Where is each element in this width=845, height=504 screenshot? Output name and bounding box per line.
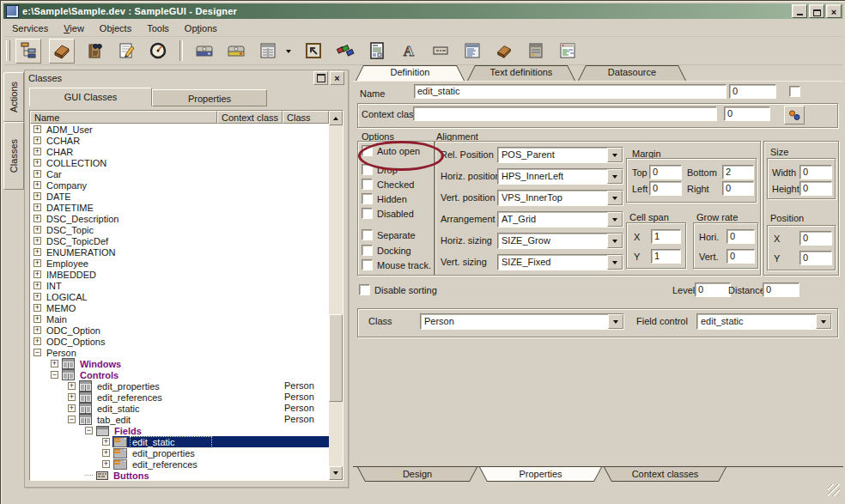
rel-position-combobox[interactable]: POS_Parent: [497, 147, 623, 163]
form-select-button[interactable]: [256, 39, 280, 63]
grow-rate-horizontal-input[interactable]: 0: [726, 229, 755, 244]
tree-item-IMBEDDED[interactable]: +IMBEDDED: [30, 269, 329, 280]
tree-item-edit_properties[interactable]: +edit_propertiesPerson: [30, 380, 329, 392]
tree-item-DSC_Topic[interactable]: +DSC_Topic: [30, 224, 329, 235]
expand-toggle[interactable]: +: [102, 449, 110, 457]
disable-sorting-checkbox[interactable]: [359, 284, 370, 295]
resize-grip[interactable]: [828, 484, 840, 496]
menu-options[interactable]: Options: [177, 21, 225, 35]
context-class-number-input[interactable]: 0: [724, 106, 770, 121]
expand-toggle[interactable]: +: [33, 270, 41, 278]
expand-toggle[interactable]: +: [33, 148, 41, 155]
expand-toggle[interactable]: +: [33, 282, 41, 289]
name-checkbox[interactable]: [789, 86, 800, 97]
side-tab-classes[interactable]: Classes: [3, 122, 24, 190]
cell-span-y-input[interactable]: 1: [651, 249, 681, 264]
library-button[interactable]: [82, 39, 106, 63]
links-button[interactable]: [333, 39, 357, 63]
expand-toggle[interactable]: +: [33, 125, 41, 133]
expand-toggle[interactable]: +: [33, 181, 41, 189]
toolbar-drag-handle[interactable]: [6, 40, 10, 61]
gauge-button[interactable]: [146, 39, 170, 63]
expand-toggle[interactable]: +: [68, 404, 76, 412]
size-width-input[interactable]: 0: [799, 165, 832, 179]
cell-span-x-input[interactable]: 1: [651, 229, 681, 244]
scrollbar-track[interactable]: [329, 125, 343, 466]
server-button[interactable]: [524, 39, 548, 63]
checkbox-2[interactable]: [362, 179, 373, 190]
dropdown-button[interactable]: [607, 234, 623, 248]
pointer-box-button[interactable]: [301, 39, 325, 63]
tree-item-DATE[interactable]: +DATE: [30, 191, 329, 202]
tree-item-edit_references[interactable]: +edit_references: [30, 458, 329, 470]
float-panel-button[interactable]: [313, 71, 328, 85]
menu-objects[interactable]: Objects: [92, 21, 139, 35]
margin-left-input[interactable]: 0: [649, 181, 682, 196]
tree-item-MEMO[interactable]: +MEMO: [30, 302, 329, 313]
level-input[interactable]: 0: [695, 282, 731, 297]
tab-properties[interactable]: Properties: [479, 467, 602, 482]
tree-item-CHAR[interactable]: +CHAR: [30, 146, 329, 157]
tab-definition[interactable]: Definition: [356, 65, 465, 81]
tab-datasource[interactable]: Datasource: [578, 65, 686, 81]
tree-item-DSC_Description[interactable]: +DSC_Description: [30, 213, 329, 224]
arrangement-combobox[interactable]: AT_Grid: [497, 211, 623, 228]
expand-toggle[interactable]: +: [51, 360, 58, 367]
hierarchy-button[interactable]: [15, 39, 41, 64]
tab-context-classes[interactable]: Context classes: [604, 467, 726, 482]
tree-item-ODC_Option[interactable]: +ODC_Option: [30, 325, 329, 336]
name-number-input[interactable]: 0: [729, 84, 776, 99]
tree-item-INT[interactable]: +INT: [30, 280, 329, 291]
name-input[interactable]: edit_static: [414, 84, 726, 99]
vert-position-combobox[interactable]: VPS_InnerTop: [497, 190, 623, 206]
column-header-name[interactable]: Name: [30, 111, 217, 124]
expand-toggle[interactable]: +: [33, 159, 41, 167]
tree-item-edit_static[interactable]: +edit_static: [30, 436, 329, 447]
close-button[interactable]: ×: [826, 4, 842, 18]
edit-document-button[interactable]: [114, 39, 138, 63]
expand-toggle[interactable]: +: [33, 237, 41, 245]
horiz-position-combobox[interactable]: HPS_InnerLeft: [497, 168, 623, 185]
tree-item-Windows[interactable]: +Windows: [30, 358, 329, 369]
scroll-down-button[interactable]: [329, 466, 343, 480]
expand-toggle[interactable]: +: [33, 326, 41, 334]
build-drive-button[interactable]: [224, 39, 248, 63]
close-panel-button[interactable]: ×: [330, 71, 344, 85]
expand-toggle[interactable]: +: [33, 248, 41, 256]
vert-sizing-combobox[interactable]: SIZE_Fixed: [497, 254, 623, 270]
font-button[interactable]: A: [397, 39, 421, 63]
tab-text-definitions[interactable]: Text definitions: [467, 65, 575, 81]
checkbox-0[interactable]: [362, 145, 373, 156]
field-control-combobox[interactable]: edit_static: [696, 313, 832, 330]
tree-item-ENUMERATION[interactable]: +ENUMERATION: [30, 246, 329, 258]
expand-toggle[interactable]: +: [33, 192, 41, 200]
window-code-button[interactable]: [556, 39, 580, 63]
tree-item-edit_static[interactable]: +edit_staticPerson: [30, 403, 329, 414]
eraser-small-button[interactable]: [492, 39, 516, 63]
tree-item-CCHAR[interactable]: +CCHAR: [30, 135, 329, 146]
tree-item-DSC_TopicDef[interactable]: +DSC_TopicDef: [30, 235, 329, 246]
expand-toggle[interactable]: +: [33, 259, 41, 267]
expand-toggle[interactable]: +: [102, 438, 110, 446]
distance-input[interactable]: 0: [763, 282, 799, 297]
scrollbar-thumb[interactable]: [329, 314, 343, 402]
titlebar[interactable]: e:\Sample\Sample.dev : SampleGUI - Desig…: [3, 3, 843, 19]
class-combobox[interactable]: Person: [420, 313, 624, 330]
expand-toggle[interactable]: +: [33, 293, 41, 301]
tab-properties-list[interactable]: Properties: [152, 89, 267, 106]
expand-toggle[interactable]: +: [33, 337, 41, 345]
tree-item-Main[interactable]: +Main: [30, 313, 329, 325]
button-button[interactable]: [429, 39, 453, 63]
tab-gui-classes[interactable]: GUI Classes: [29, 88, 152, 106]
tree-scrollbar[interactable]: [329, 111, 343, 480]
checkbox-6[interactable]: [362, 245, 373, 256]
menu-view[interactable]: View: [56, 21, 92, 35]
scroll-up-button[interactable]: [329, 111, 343, 125]
expand-toggle[interactable]: +: [33, 137, 41, 144]
margin-right-input[interactable]: 0: [722, 181, 754, 196]
checkbox-1[interactable]: [362, 164, 373, 175]
margin-top-input[interactable]: 0: [649, 165, 682, 179]
position-y-input[interactable]: 0: [799, 251, 832, 265]
column-header-context-class[interactable]: Context class: [217, 111, 283, 124]
dropdown-button[interactable]: [608, 314, 623, 329]
